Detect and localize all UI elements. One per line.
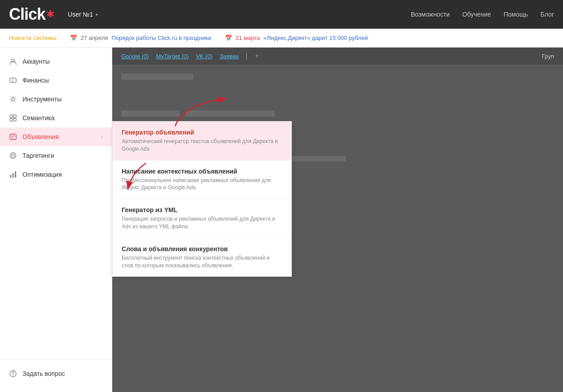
dropdown-item-competitors-title: Слова и объявления конкурентов [122,245,282,253]
chevron-right-icon: › [101,134,103,139]
top-nav-links: Возможности Обучение Помощь Блог [411,11,554,18]
svg-rect-13 [15,171,16,178]
svg-rect-11 [10,175,11,178]
sidebar-label-optimization: Оптимизация [22,171,62,178]
news-date-1: 27 апреля [81,35,108,41]
svg-point-15 [13,375,13,376]
nav-link-learn[interactable]: Обучение [462,11,491,18]
sidebar-item-optimization[interactable]: Оптимизация [0,165,112,184]
news-title-2[interactable]: «Яндекс.Директ» дарит 15 000 рублей [264,35,368,41]
logo[interactable]: Click✱ [9,5,54,24]
nav-link-features[interactable]: Возможности [411,11,450,18]
dropdown-item-yml-title: Генератор из YML [122,206,282,213]
sidebar-label-semantics: Семантика [22,114,55,122]
sidebar-item-accounts[interactable]: Аккаунты [0,52,112,71]
dropdown-item-generator-desc: Автоматический генератор текстов объявле… [122,138,282,153]
sidebar: Аккаунты Финансы Инструменты Семантика [0,48,112,392]
sidebar-label-ads: Объявления [22,133,59,140]
svg-point-2 [12,98,14,100]
sidebar-item-ask[interactable]: Задать вопрос [0,364,112,383]
sidebar-item-semantics[interactable]: Семантика [0,109,112,127]
question-icon [9,370,17,378]
tab-vk[interactable]: VK (0) [196,53,212,60]
target-icon [9,152,17,160]
sidebar-bottom: Задать вопрос [0,359,112,388]
svg-point-10 [13,155,13,156]
tab-orders[interactable]: Заявки [220,53,238,60]
logo-text: Click [9,5,45,24]
tab-mytarget[interactable]: MyTarget (0) [156,53,189,60]
news-bar: Новости системы 📅 27 апреля Порядок рабо… [0,29,563,48]
sidebar-label-finance: Финансы [22,77,49,84]
sidebar-item-tools[interactable]: Инструменты [0,90,112,109]
main-layout: Аккаунты Финансы Инструменты Семантика [0,48,563,392]
ads-dropdown-menu: Генератор объявлений Автоматический гене… [112,121,292,277]
user-menu[interactable]: User №1 ▾ [68,11,98,18]
tab-google[interactable]: Google (0) [121,53,149,60]
semantics-icon [9,114,17,122]
user-name: User №1 [68,11,93,18]
sidebar-label-accounts: Аккаунты [22,58,50,65]
dropdown-item-yml-desc: Генерация запросов и рекламных объявлени… [122,215,282,231]
finance-icon [9,76,17,84]
nav-link-blog[interactable]: Блог [541,11,554,18]
content-header-right: Груп [542,53,554,60]
dropdown-item-generator-title: Генератор объявлений [122,129,282,136]
sidebar-label-tools: Инструменты [22,96,62,103]
top-navigation: Click✱ User №1 ▾ Возможности Обучение По… [0,0,563,29]
dropdown-item-contextual-title: Написание контекстных объявлений [122,168,282,175]
dropdown-item-contextual-desc: Профессиональное написание рекламных объ… [122,177,282,192]
dropdown-item-yml[interactable]: Генератор из YML Генерация запросов и ре… [113,199,291,238]
dropdown-item-competitors[interactable]: Слова и объявления конкурентов Бесплатны… [113,238,291,277]
news-title-1[interactable]: Порядок работы Click.ru в праздники [112,35,211,41]
skeleton-row-1 [121,74,554,80]
sidebar-item-ads[interactable]: Объявления › [0,127,112,146]
calendar-icon-2: 📅 [225,35,232,41]
news-item-1: 📅 27 апреля Порядок работы Click.ru в пр… [70,35,211,41]
calendar-icon-1: 📅 [70,35,77,41]
sidebar-label-ask: Задать вопрос [22,370,65,377]
optimize-icon [9,170,17,179]
tab-add-icon[interactable]: + [255,52,259,60]
svg-rect-7 [10,134,16,139]
content-tabs: Google (0) MyTarget (0) VK (0) Заявки | … [121,52,259,60]
logo-asterisk: ✱ [46,9,54,20]
ads-icon [9,133,17,141]
svg-rect-6 [13,118,16,121]
content-header: Google (0) MyTarget (0) VK (0) Заявки | … [112,48,563,65]
sidebar-item-targeting[interactable]: Таргетинги [0,146,112,165]
dropdown-item-competitors-desc: Бесплатный инструмент поиска контекстных… [122,254,282,270]
skeleton-block [185,110,275,117]
chevron-down-icon: ▾ [96,12,98,17]
svg-rect-5 [10,118,13,121]
skeleton-row-2 [121,110,554,117]
skeleton-block [121,110,180,117]
svg-rect-4 [13,115,16,118]
nav-link-help[interactable]: Помощь [504,11,528,18]
tools-icon [9,95,17,103]
news-item-2: 📅 31 марта «Яндекс.Директ» дарит 15 000 … [225,35,368,41]
news-date-2: 31 марта [236,35,260,41]
sidebar-item-finance[interactable]: Финансы [0,71,112,90]
dropdown-item-contextual[interactable]: Написание контекстных объявлений Професс… [113,161,291,200]
news-label: Новости системы [9,35,57,41]
skeleton-block [121,74,193,80]
tab-divider: | [246,52,247,60]
dropdown-item-generator[interactable]: Генератор объявлений Автоматический гене… [113,122,291,161]
sidebar-label-targeting: Таргетинги [22,152,54,159]
svg-rect-1 [10,78,16,83]
svg-rect-12 [13,173,14,178]
svg-rect-3 [10,115,13,118]
spacer-1 [121,86,554,104]
account-icon [9,57,17,65]
